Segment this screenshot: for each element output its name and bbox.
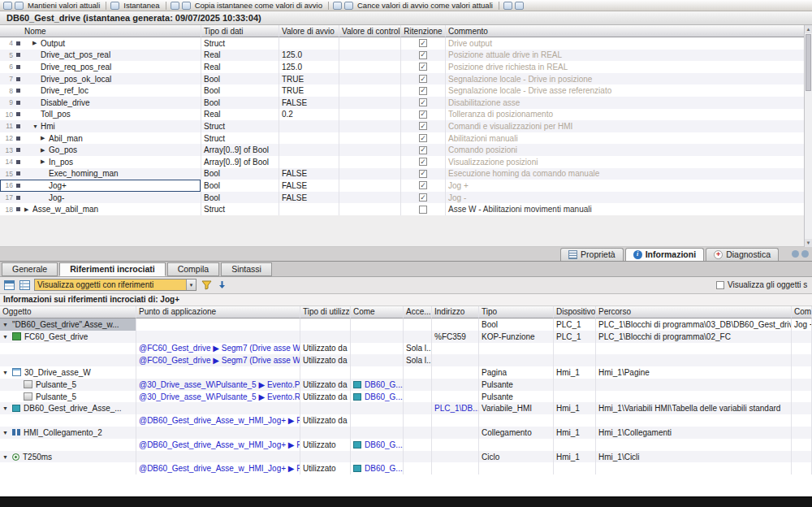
start-value-cell[interactable] xyxy=(279,37,339,50)
comment-cell[interactable]: Tolleranza di posizionamento xyxy=(446,109,812,121)
monitor-value-cell[interactable] xyxy=(339,61,401,73)
xref-row[interactable]: @DB60_Gest_drive_Asse_w_HMI_Jog+ ▶ Pro..… xyxy=(0,414,812,427)
scroll-down-icon[interactable]: ▼ xyxy=(805,239,812,247)
datatype-cell[interactable]: Struct xyxy=(201,203,279,215)
copy-snapshot-all-icon[interactable] xyxy=(182,2,191,10)
application-point-cell[interactable] xyxy=(136,451,300,463)
datatype-cell[interactable]: Struct xyxy=(201,37,279,50)
retain-checkbox[interactable] xyxy=(419,63,427,71)
comment-cell[interactable]: Jog - xyxy=(446,192,812,204)
retain-cell[interactable] xyxy=(401,37,446,50)
xref-row[interactable]: @FC60_Gest_drive ▶ Segm7 (Drive asse W-.… xyxy=(0,354,812,366)
application-point-link[interactable]: @DB60_Gest_drive_Asse_w_HMI_Jog+ ▶ Pro..… xyxy=(139,440,300,449)
chevron-down-icon[interactable]: ▼ xyxy=(2,322,12,327)
panel-dock-icon[interactable] xyxy=(792,250,799,258)
application-point-link[interactable]: @30_Drive_asse_W\Pulsante_5 ▶ Evento.Pre… xyxy=(139,380,300,389)
tab-diagnostica[interactable]: +Diagnostica xyxy=(706,248,779,261)
chevron-down-icon[interactable]: ▼ xyxy=(2,334,12,340)
retain-checkbox[interactable] xyxy=(419,87,427,95)
xref-row[interactable]: Pulsante_5@30_Drive_asse_W\Pulsante_5 ▶ … xyxy=(0,379,812,391)
toolbar-button[interactable]: Copia istantanee come valori di avvio xyxy=(193,1,324,10)
xref-row[interactable]: @DB60_Gest_drive_Asse_w_HMI_Jog+ ▶ Pro..… xyxy=(0,439,812,451)
comment-cell[interactable]: Posizione drive richiesta in REAL xyxy=(446,61,812,73)
name-cell[interactable]: 13▶Go_pos xyxy=(0,144,201,156)
retain-checkbox[interactable] xyxy=(419,51,427,59)
datatype-cell[interactable]: Real xyxy=(201,61,279,73)
column-header-3[interactable]: Valore di controllo xyxy=(339,25,401,37)
var-row[interactable]: 15Exec_homing_manBoolFALSEEsecuzione hom… xyxy=(0,168,812,180)
object-cell[interactable]: ▼30_Drive_asse_W xyxy=(0,366,136,379)
tab-informazioni[interactable]: iInformazioni xyxy=(625,248,704,261)
as-link[interactable]: DB60_G... xyxy=(365,392,403,401)
object-cell[interactable] xyxy=(0,354,136,366)
retain-checkbox[interactable] xyxy=(419,75,427,83)
xref-row[interactable]: ▼T250msCicloHmi_1Hmi_1\Cicli xyxy=(0,451,812,463)
name-cell[interactable]: 14▶In_pos xyxy=(0,156,201,168)
comment-cell[interactable]: Posizione attuale drive in REAL xyxy=(446,50,812,62)
as-link[interactable]: DB60_G... xyxy=(365,464,403,473)
application-point-cell[interactable]: @30_Drive_asse_W\Pulsante_5 ▶ Evento.Ril… xyxy=(136,391,300,403)
xref-row[interactable]: ▼HMI_Collegamento_2CollegamentoHmi_1Hmi_… xyxy=(0,427,812,439)
snapshot-icon[interactable] xyxy=(110,2,119,10)
name-cell[interactable]: 9Disable_drive xyxy=(0,97,201,109)
monitor-value-cell[interactable] xyxy=(339,97,401,109)
var-row[interactable]: 5Drive_act_pos_realReal125.0Posizione at… xyxy=(0,50,812,62)
show-objects-option[interactable]: Visualizza gli oggetti s xyxy=(716,280,809,289)
name-cell[interactable]: 5Drive_act_pos_real xyxy=(0,50,201,62)
start-value-cell[interactable] xyxy=(279,132,339,145)
var-row[interactable]: 8Drive_ref_locBoolTRUESegnalazione local… xyxy=(0,84,812,97)
var-row[interactable]: 13▶Go_posArray[0..9] of BoolComando posi… xyxy=(0,144,812,156)
keep-values-icon[interactable] xyxy=(15,2,24,10)
datatype-cell[interactable]: Struct xyxy=(201,120,279,132)
var-row[interactable]: 9Disable_driveBoolFALSEDisabilitazione a… xyxy=(0,97,812,109)
retain-cell[interactable] xyxy=(401,84,446,97)
retain-cell[interactable] xyxy=(401,132,446,145)
vertical-scrollbar[interactable]: ▲ ▼ xyxy=(804,25,812,247)
start-value-cell[interactable]: FALSE xyxy=(279,192,339,204)
xref-list-icon[interactable] xyxy=(19,280,30,291)
retain-cell[interactable] xyxy=(401,97,446,109)
application-point-cell[interactable]: @FC60_Gest_drive ▶ Segm7 (Drive asse W-.… xyxy=(136,343,300,355)
retain-checkbox[interactable] xyxy=(419,193,427,202)
load-all-values-icon[interactable] xyxy=(344,2,353,10)
datatype-cell[interactable]: Bool xyxy=(201,192,279,204)
datatype-cell[interactable]: Array[0..9] of Bool xyxy=(201,144,279,156)
var-row[interactable]: 14▶In_posArray[0..9] of BoolVisualizzazi… xyxy=(0,156,812,168)
as-link[interactable]: DB60_G... xyxy=(365,440,403,449)
name-cell[interactable]: 11▼Hmi xyxy=(0,120,201,132)
start-value-cell[interactable]: 0.2 xyxy=(279,109,339,121)
datatype-cell[interactable]: Bool xyxy=(201,97,279,109)
var-row[interactable]: 4▶OutputStructDrive output xyxy=(0,37,812,50)
monitor-value-cell[interactable] xyxy=(339,73,401,85)
go-down-arrow-icon[interactable] xyxy=(216,280,227,291)
column-header-1[interactable]: Tipo di dati xyxy=(201,25,279,37)
application-point-cell[interactable]: @30_Drive_asse_W\Pulsante_5 ▶ Evento.Pre… xyxy=(136,379,300,391)
toolbar-button[interactable]: Istantanea xyxy=(122,1,161,10)
xref-column-header-8[interactable]: Percorso xyxy=(596,306,792,318)
var-row[interactable]: 10Toll_posReal0.2Tolleranza di posiziona… xyxy=(0,109,812,121)
var-row[interactable]: 11▼HmiStructComandi e visualizzazioni pe… xyxy=(0,120,812,132)
retain-checkbox[interactable] xyxy=(419,110,427,119)
xref-row[interactable]: ▼FC60_Gest_drive%FC359KOP-FunzionePLC_1P… xyxy=(0,331,812,343)
object-cell[interactable]: ▼FC60_Gest_drive xyxy=(0,331,136,343)
monitor-value-cell[interactable] xyxy=(339,168,401,180)
column-header-5[interactable]: Commento xyxy=(446,25,812,37)
application-point-link[interactable]: @DB60_Gest_drive_Asse_w_HMI_Jog+ ▶ Pro..… xyxy=(139,416,300,425)
start-value-cell[interactable] xyxy=(279,156,339,168)
comment-cell[interactable]: Abilitazioni manuali xyxy=(446,132,812,145)
monitor-value-cell[interactable] xyxy=(339,132,401,145)
xref-view-icon[interactable] xyxy=(3,280,15,291)
xref-row[interactable]: @DB60_Gest_drive_Asse_w_HMI_Jog+ ▶ Pro..… xyxy=(0,462,812,474)
retain-checkbox[interactable] xyxy=(419,134,427,142)
show-objects-checkbox[interactable] xyxy=(716,281,724,289)
comment-cell[interactable]: Jog + xyxy=(446,180,812,192)
application-point-link[interactable]: @DB60_Gest_drive_Asse_w_HMI_Jog+ ▶ Pro..… xyxy=(139,464,300,473)
retain-checkbox[interactable] xyxy=(419,39,427,47)
name-cell[interactable]: 6Drive_req_pos_real xyxy=(0,61,201,73)
collapse-all-icon[interactable] xyxy=(515,2,524,10)
retain-cell[interactable] xyxy=(401,50,446,62)
xref-row[interactable]: ▼30_Drive_asse_WPaginaHmi_1Hmi_1\Pagine xyxy=(0,366,812,379)
scroll-up-icon[interactable]: ▲ xyxy=(805,25,812,33)
object-cell[interactable]: Pulsante_5 xyxy=(0,379,136,391)
name-cell[interactable]: 17Jog- xyxy=(0,192,201,204)
